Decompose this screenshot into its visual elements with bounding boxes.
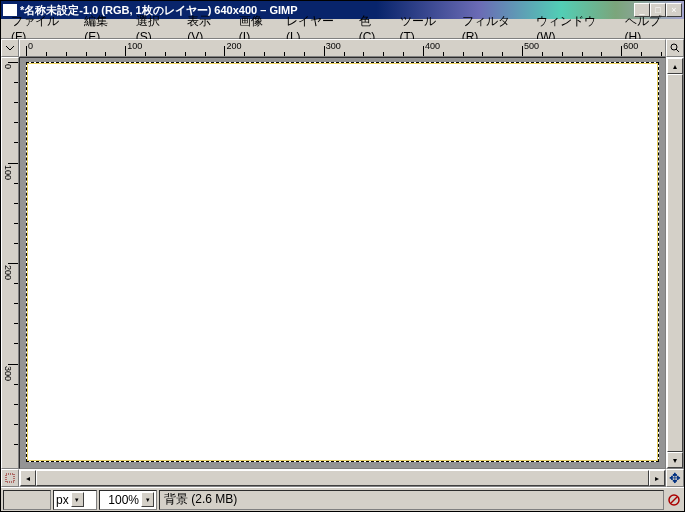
zoom-dropdown[interactable]: 100% ▾	[99, 490, 157, 510]
zoom-label: 100%	[108, 493, 139, 507]
quickmask-button[interactable]	[1, 469, 19, 487]
horizontal-scrollbar[interactable]: ◂ ▸	[19, 469, 666, 487]
canvas[interactable]	[26, 62, 659, 462]
scroll-left-button[interactable]: ◂	[20, 470, 36, 486]
scroll-up-button[interactable]: ▴	[667, 58, 683, 74]
pointer-position	[3, 490, 51, 510]
unit-dropdown-button[interactable]: ▾	[71, 492, 84, 507]
zoom-dropdown-button[interactable]: ▾	[141, 492, 154, 507]
unit-label: px	[56, 493, 69, 507]
vertical-ruler[interactable]: 0100200300	[1, 57, 19, 469]
status-message: 背景 (2.6 MB)	[159, 490, 664, 510]
zoom-corner[interactable]	[666, 39, 684, 57]
svg-rect-2	[6, 474, 14, 482]
canvas-area[interactable]	[19, 57, 666, 469]
vscroll-thumb[interactable]	[667, 74, 683, 452]
horizontal-ruler[interactable]: 0100200300400500600	[19, 39, 666, 57]
svg-line-1	[676, 49, 679, 52]
unit-dropdown[interactable]: px ▾	[53, 490, 97, 510]
navigation-button[interactable]: ✥	[666, 469, 684, 487]
statusbar: px ▾ 100% ▾ 背景 (2.6 MB)	[1, 487, 684, 511]
cancel-button[interactable]	[666, 490, 682, 510]
menubar: ファイル(F) 編集(E) 選択(S) 表示(V) 画像(I) レイヤー(L) …	[1, 19, 684, 39]
scroll-down-button[interactable]: ▾	[667, 452, 683, 468]
quickmask-toggle[interactable]	[1, 39, 19, 57]
hscroll-thumb[interactable]	[36, 470, 649, 486]
svg-line-4	[671, 497, 677, 503]
gimp-window: *名称未設定-1.0 (RGB, 1枚のレイヤー) 640x400 – GIMP…	[0, 0, 685, 512]
scroll-right-button[interactable]: ▸	[649, 470, 665, 486]
vertical-scrollbar[interactable]: ▴ ▾	[666, 57, 684, 469]
